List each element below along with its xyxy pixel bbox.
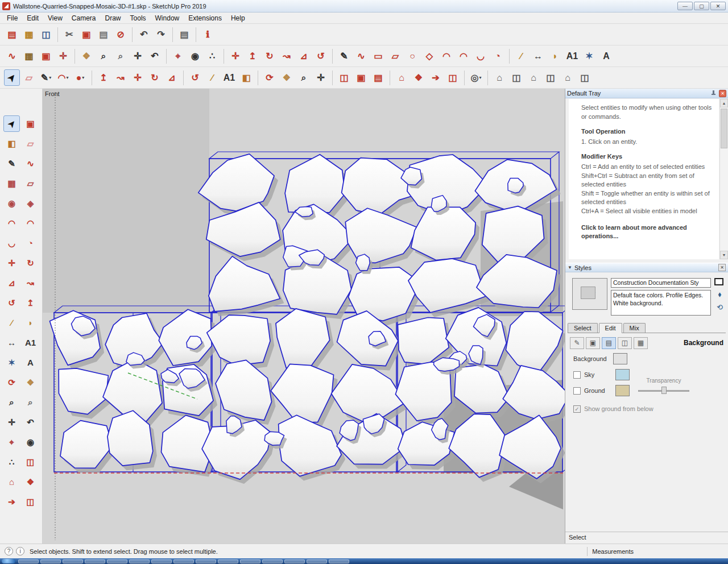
copy-tool[interactable]: ▣ [78, 26, 94, 43]
user-account-tool[interactable]: ◎▾ [468, 69, 484, 86]
three-point-arc-tool[interactable]: ◡ [473, 48, 489, 64]
pan-tool[interactable]: ❖ [279, 69, 295, 86]
line-tool[interactable]: ✎ [3, 155, 20, 172]
menu-window[interactable]: Window [151, 13, 184, 23]
text-tool[interactable]: A1 [221, 69, 237, 86]
style-name-input[interactable]: Construction Documentation Sty [611, 278, 711, 288]
dropdown-arrow-icon[interactable]: ▾ [479, 75, 481, 80]
section-plane-tool[interactable]: ◫ [22, 454, 39, 470]
rectangle-tool[interactable]: ▦ [3, 175, 20, 192]
start-button[interactable] [2, 559, 15, 563]
select-tool[interactable]: ➤ [3, 115, 20, 132]
ground-swatch[interactable] [615, 385, 630, 396]
paint-bucket-tool[interactable]: ◧ [238, 69, 254, 86]
taskbar-button[interactable] [40, 559, 61, 563]
three-d-warehouse-tool[interactable]: ⌂ [394, 69, 410, 86]
minimize-button[interactable]: — [677, 2, 693, 10]
info-icon[interactable]: i [16, 547, 24, 555]
select-tool[interactable]: ➤ [4, 69, 20, 86]
taskbar-button[interactable] [63, 559, 83, 563]
menu-tools[interactable]: Tools [126, 13, 151, 23]
redo-tool[interactable]: ↷ [153, 26, 169, 43]
taskbar-button[interactable] [85, 559, 105, 563]
rectangle-tool[interactable]: ▭ [370, 48, 386, 64]
two-point-arc-tool[interactable]: ◠ [22, 215, 39, 231]
section-cuts-tool[interactable]: ▤ [370, 69, 386, 86]
rotate-tool[interactable]: ↻ [22, 255, 39, 271]
taskbar-button[interactable] [18, 559, 39, 563]
rotated-rectangle-tool[interactable]: ▱ [22, 175, 39, 192]
scale-tool[interactable]: ⊿ [296, 48, 312, 64]
menu-edit[interactable]: Edit [22, 13, 43, 23]
extension-warehouse-tool[interactable]: ❖ [22, 474, 39, 490]
section-display-tool[interactable]: ▣ [353, 69, 369, 86]
taskbar-button[interactable] [151, 559, 172, 563]
transparency-slider[interactable] [638, 387, 689, 395]
arc-tool[interactable]: ◠ [3, 215, 20, 231]
model-info-tool[interactable]: ℹ [200, 26, 216, 43]
extension-warehouse-tool[interactable]: ❖ [411, 69, 427, 86]
sky-checkbox[interactable] [573, 371, 581, 379]
scale-tool[interactable]: ⊿ [164, 69, 180, 86]
polygon-tool[interactable]: ◈ [22, 195, 39, 212]
tray-close-icon[interactable]: ✕ [719, 90, 726, 97]
dimension-tool[interactable]: ↔ [530, 48, 546, 64]
orbit-tool[interactable]: ⟳ [3, 374, 20, 391]
generate-report-tool[interactable]: ▦ [21, 48, 37, 64]
look-around-tool[interactable]: ◉ [22, 434, 39, 450]
edit-edge-settings-icon[interactable]: ✎ [570, 337, 584, 349]
three-d-text-tool[interactable]: A [598, 48, 614, 64]
styles-panel-header[interactable]: ▼ Styles ✕ [565, 263, 728, 272]
styles-close-icon[interactable]: ✕ [718, 264, 726, 271]
section-plane-tool[interactable]: ◫ [336, 69, 352, 86]
background-swatch[interactable] [613, 353, 627, 364]
move-tool[interactable]: ✛ [130, 69, 146, 86]
restore-button[interactable]: ▢ [694, 2, 709, 10]
orbit-tool[interactable]: ⟳ [262, 69, 278, 86]
tape-measure-tool[interactable]: ∕ [3, 314, 20, 331]
ground-checkbox[interactable] [573, 387, 581, 395]
open-file-tool[interactable]: ▦ [21, 26, 37, 43]
scroll-down-icon[interactable]: ▼ [720, 251, 728, 259]
dimension-tool[interactable]: ↔ [3, 334, 20, 351]
zoom-tool[interactable]: ⌕ [3, 394, 20, 410]
taskbar-button[interactable] [262, 559, 283, 563]
sky-swatch[interactable] [615, 369, 630, 380]
pie-tool[interactable]: ◔ [490, 48, 506, 64]
arcs-tool[interactable]: ◠▾ [55, 69, 71, 86]
walk-tool[interactable]: ∴ [204, 48, 220, 64]
zoom-window-tool[interactable]: ⌕ [22, 394, 39, 410]
dropdown-arrow-icon[interactable]: ▾ [49, 75, 51, 80]
push-pull-tool[interactable]: ↥ [245, 48, 260, 64]
eraser-tool[interactable]: ▱ [22, 135, 39, 152]
print-tool[interactable]: ▤ [176, 26, 192, 43]
follow-me-tool[interactable]: ↝ [279, 48, 295, 64]
look-around-tool[interactable]: ◉ [187, 48, 203, 64]
menu-help[interactable]: Help [226, 13, 250, 23]
taskbar-button[interactable] [107, 559, 127, 563]
protractor-tool[interactable]: ◗ [547, 48, 563, 64]
zoom-previous-tool[interactable]: ↶ [22, 414, 39, 430]
position-camera-tool[interactable]: ⌖ [3, 434, 20, 450]
component-options-tool[interactable]: ▣ [38, 48, 54, 64]
freehand-tool[interactable]: ∿ [22, 155, 39, 172]
zoom-window-tool[interactable]: ⌕ [113, 48, 129, 64]
axes-tool[interactable]: ✛ [55, 48, 71, 64]
two-point-arc-tool[interactable]: ◠ [456, 48, 471, 64]
zoom-tool[interactable]: ⌕ [296, 69, 312, 86]
shapes-tool[interactable]: ●▾ [72, 69, 88, 86]
edit-face-settings-icon[interactable]: ▣ [586, 337, 600, 349]
zoom-extents-tool[interactable]: ✛ [3, 414, 20, 430]
measurements-input[interactable] [638, 546, 723, 557]
secondary-pane-icon[interactable] [714, 278, 723, 285]
axes-tool-tool[interactable]: ✶ [581, 48, 597, 64]
rotate-tool[interactable]: ↻ [147, 69, 163, 86]
walk-tool[interactable]: ∴ [3, 454, 20, 470]
menu-file[interactable]: File [2, 13, 22, 23]
taskbar-button[interactable] [284, 559, 305, 563]
pin-icon[interactable] [710, 90, 717, 97]
slider-thumb[interactable] [661, 387, 667, 394]
zoom-previous-tool[interactable]: ↶ [147, 48, 163, 64]
scale-tool[interactable]: ⊿ [3, 275, 20, 291]
taskbar-button[interactable] [173, 559, 194, 563]
